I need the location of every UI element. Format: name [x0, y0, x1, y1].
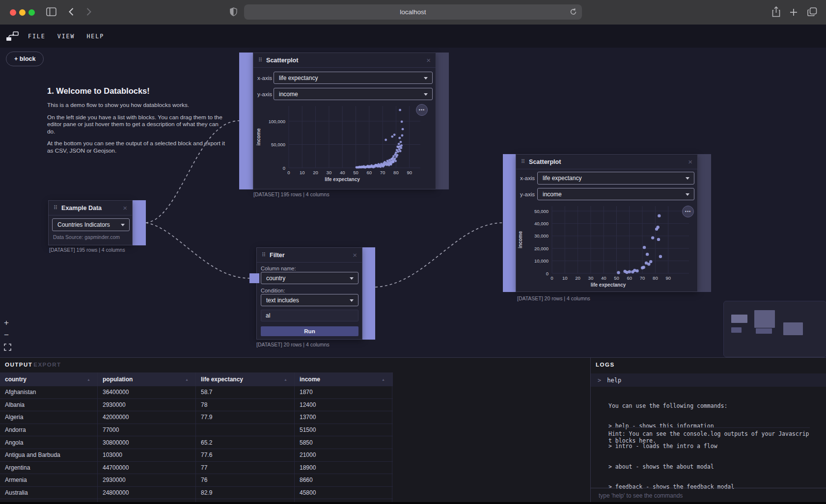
browser-titlebar: localhost [0, 0, 826, 25]
menu-file[interactable]: FILE [28, 33, 46, 40]
drag-handle-icon[interactable]: ⠿ [258, 57, 262, 63]
table-cell: 13700 [295, 411, 392, 424]
scatterplot1-block[interactable]: ⠿ Scatterplot × x-axis life expectancy y… [253, 53, 436, 189]
svg-text:10,000: 10,000 [534, 258, 549, 264]
table-cell: 77 [196, 462, 295, 474]
log-command-text: help [607, 377, 621, 384]
tab-export[interactable]: EXPORT [33, 362, 61, 368]
zoom-in-button[interactable]: + [4, 318, 9, 327]
table-cell: 77.6 [196, 449, 295, 461]
welcome-note: 1. Welcome to Datablocks! This is a demo… [47, 86, 226, 159]
drag-handle-icon[interactable]: ⠿ [54, 205, 57, 211]
column-header-income[interactable]: income▲ [295, 372, 392, 386]
window-bottom-edge [0, 502, 826, 504]
svg-text:10: 10 [562, 275, 568, 281]
app-window: localhost FILE VIEW HELP + block 1. Welc… [0, 0, 826, 504]
column-select[interactable]: country [261, 272, 358, 284]
log-command-row: > help [591, 373, 826, 387]
minimap[interactable] [723, 301, 826, 357]
block-title: Example Data [61, 205, 102, 212]
table-cell: Armenia [0, 474, 98, 486]
y-axis-select[interactable]: income [274, 88, 433, 100]
drag-handle-icon[interactable]: ⠿ [262, 252, 266, 258]
svg-text:50,000: 50,000 [271, 142, 285, 147]
url-bar[interactable]: localhost [244, 4, 582, 20]
table-row: Angola3080000065.25850 [0, 436, 393, 449]
scatterplot2-input-port[interactable] [503, 154, 516, 292]
table-cell: 12400 [295, 399, 392, 411]
svg-text:20,000: 20,000 [534, 246, 549, 251]
table-cell: 58.7 [196, 386, 295, 398]
column-header-population[interactable]: population▲ [98, 372, 196, 386]
forward-icon[interactable] [86, 8, 91, 16]
column-label: income [300, 376, 320, 383]
tab-overview-icon[interactable] [807, 7, 817, 17]
example-data-block[interactable]: ⠿ Example Data × Countries Indicators Da… [48, 200, 133, 245]
scatterplot2-header[interactable]: ⠿ Scatterplot × [516, 155, 697, 169]
share-icon[interactable] [772, 6, 780, 17]
logs-command-input[interactable] [591, 488, 826, 503]
dataset-select[interactable]: Countries Indicators [52, 218, 130, 231]
column-label: country [5, 376, 27, 383]
close-window-button[interactable] [10, 9, 16, 16]
table-cell: 5850 [295, 436, 392, 449]
welcome-paragraph: At the bottom you can see the output of … [47, 140, 226, 154]
svg-text:life expectancy: life expectancy [591, 282, 626, 288]
privacy-shield-icon[interactable] [230, 7, 237, 16]
table-cell: 76 [196, 474, 295, 486]
back-icon[interactable] [69, 8, 74, 16]
x-axis-label: x-axis [518, 175, 535, 181]
y-axis-label: y-axis [255, 91, 272, 97]
scatterplot2-status: [DATASET] 20 rows | 4 columns [517, 295, 590, 301]
close-icon[interactable]: × [426, 56, 431, 64]
svg-text:40,000: 40,000 [534, 221, 549, 226]
svg-text:40: 40 [601, 275, 606, 281]
menu-help[interactable]: HELP [86, 33, 104, 40]
filter-query-input[interactable] [261, 310, 358, 321]
new-tab-icon[interactable] [790, 8, 798, 16]
filter-input-port[interactable] [249, 273, 259, 283]
svg-text:90: 90 [665, 275, 671, 281]
sort-asc-icon[interactable]: ▲ [382, 378, 385, 381]
run-button[interactable]: Run [261, 326, 358, 336]
sort-asc-icon[interactable]: ▲ [87, 378, 90, 381]
scatterplot2-block[interactable]: ⠿ Scatterplot × x-axis life expectancy y… [516, 154, 698, 292]
example-data-header[interactable]: ⠿ Example Data × [49, 201, 132, 215]
sort-asc-icon[interactable]: ▲ [284, 378, 287, 381]
flow-canvas[interactable]: + block 1. Welcome to Datablocks! This i… [0, 48, 826, 357]
column-label: life expectancy [201, 376, 243, 383]
filter-block[interactable]: ⠿ Filter × Column name: country Conditio… [256, 247, 362, 340]
table-cell: 103000 [98, 449, 196, 461]
zoom-window-button[interactable] [28, 9, 35, 16]
add-block-button[interactable]: + block [6, 52, 44, 66]
column-header-country[interactable]: country▲ [0, 372, 98, 386]
table-cell: Andorra [0, 424, 98, 436]
sidebar-toggle-icon[interactable] [46, 7, 56, 16]
log-line: You can use the following commands: [608, 403, 734, 410]
scatterplot1-input-port[interactable] [239, 53, 253, 189]
menu-view[interactable]: VIEW [57, 33, 75, 40]
close-icon[interactable]: × [688, 158, 692, 165]
sort-asc-icon[interactable]: ▲ [185, 378, 189, 381]
filter-output-port[interactable] [362, 247, 375, 340]
drag-handle-icon[interactable]: ⠿ [521, 159, 525, 164]
reload-icon[interactable] [570, 8, 577, 16]
x-axis-select[interactable]: life expectancy [537, 172, 694, 185]
condition-select[interactable]: text includes [261, 294, 358, 306]
table-cell: Angola [0, 436, 98, 449]
filter-header[interactable]: ⠿ Filter × [257, 248, 362, 263]
scatterplot1-menu-button[interactable]: ••• [416, 104, 428, 116]
fit-view-icon[interactable] [4, 344, 11, 351]
block-title: Scatterplot [529, 159, 561, 165]
column-header-life-expectancy[interactable]: life expectancy▲ [196, 372, 295, 386]
zoom-out-button[interactable]: − [4, 331, 9, 339]
scatterplot1-header[interactable]: ⠿ Scatterplot × [253, 53, 436, 68]
scatterplot1-chart: 050,000100,0000102030405060708090life ex… [253, 100, 437, 192]
close-icon[interactable]: × [123, 204, 127, 212]
minimize-window-button[interactable] [19, 9, 26, 16]
scatterplot2-menu-button[interactable]: ••• [682, 206, 694, 217]
close-icon[interactable]: × [353, 251, 357, 259]
x-axis-select[interactable]: life expectancy [274, 72, 433, 84]
tab-output[interactable]: OUTPUT [5, 362, 32, 368]
example-data-output-port[interactable] [133, 200, 146, 245]
